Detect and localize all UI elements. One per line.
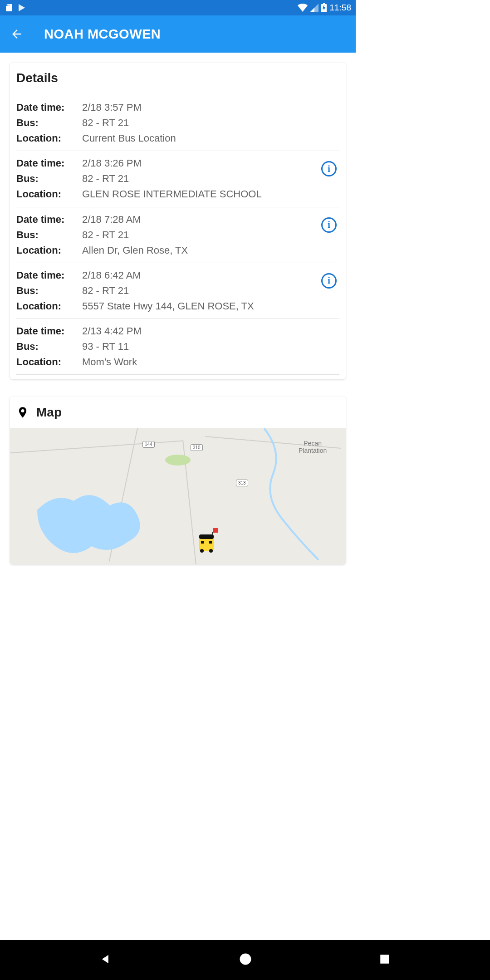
info-icon: i xyxy=(321,217,337,233)
location-value: Mom's Work xyxy=(82,354,137,370)
bus-label: Bus: xyxy=(16,227,82,243)
bus-label: Bus: xyxy=(16,283,82,299)
pin-icon xyxy=(16,405,29,420)
info-button[interactable]: i xyxy=(321,273,337,289)
map-header: Map xyxy=(16,405,339,420)
place-label-pecan: Pecan Plantation xyxy=(299,440,327,454)
detail-row[interactable]: Date time: 2/13 4:42 PM Bus: 93 - RT 11 … xyxy=(16,319,339,375)
datetime-label: Date time: xyxy=(16,268,82,283)
datetime-label: Date time: xyxy=(16,100,82,115)
sd-card-icon xyxy=(5,3,13,12)
signal-icon xyxy=(310,4,318,12)
bus-marker[interactable] xyxy=(196,528,219,554)
svg-rect-9 xyxy=(199,534,214,539)
svg-rect-1 xyxy=(8,5,9,6)
location-label: Location: xyxy=(16,354,82,370)
lake-shape xyxy=(37,483,155,564)
datetime-value: 2/18 7:28 AM xyxy=(82,212,141,227)
info-button[interactable]: i xyxy=(321,217,337,233)
svg-point-5 xyxy=(165,455,191,466)
details-title: Details xyxy=(16,71,339,85)
svg-rect-10 xyxy=(201,541,204,544)
bus-label: Bus: xyxy=(16,171,82,186)
datetime-label: Date time: xyxy=(16,156,82,171)
location-label: Location: xyxy=(16,186,82,202)
details-card: Details Date time: 2/18 3:57 PM Bus: 82 … xyxy=(10,63,346,379)
battery-icon xyxy=(321,3,327,12)
bus-value: 82 - RT 21 xyxy=(82,283,129,299)
bus-label: Bus: xyxy=(16,339,82,354)
bus-value: 93 - RT 11 xyxy=(82,339,129,354)
svg-rect-11 xyxy=(209,541,212,544)
svg-rect-4 xyxy=(323,3,325,5)
bus-value: 82 - RT 21 xyxy=(82,227,129,243)
datetime-value: 2/18 6:42 AM xyxy=(82,268,141,283)
bus-value: 82 - RT 21 xyxy=(82,115,129,131)
arrow-left-icon xyxy=(10,27,24,41)
location-label: Location: xyxy=(16,299,82,314)
detail-row[interactable]: Date time: 2/18 3:26 PM Bus: 82 - RT 21 … xyxy=(16,151,339,207)
play-store-icon xyxy=(17,3,26,12)
info-button[interactable]: i xyxy=(321,161,337,176)
green-area xyxy=(164,453,191,467)
info-icon: i xyxy=(321,273,337,289)
svg-rect-2 xyxy=(9,5,10,6)
svg-point-13 xyxy=(209,549,213,553)
location-value: Current Bus Location xyxy=(82,131,176,146)
detail-row[interactable]: Date time: 2/18 7:28 AM Bus: 82 - RT 21 … xyxy=(16,207,339,263)
road-label-144: 144 xyxy=(142,441,155,448)
datetime-label: Date time: xyxy=(16,323,82,339)
info-icon: i xyxy=(321,161,337,176)
status-icons-left xyxy=(5,3,26,12)
map-area[interactable]: 144 310 313 Pecan Plantation xyxy=(10,428,346,564)
road-label-310: 310 xyxy=(191,444,203,451)
location-label: Location: xyxy=(16,131,82,146)
bus-value: 82 - RT 21 xyxy=(82,171,129,186)
location-label: Location: xyxy=(16,243,82,258)
location-value: GLEN ROSE INTERMEDIATE SCHOOL xyxy=(82,186,262,202)
datetime-value: 2/18 3:57 PM xyxy=(82,100,142,115)
status-time: 11:58 xyxy=(329,3,351,13)
status-icons-right: 11:58 xyxy=(298,3,351,13)
back-button[interactable] xyxy=(10,27,24,41)
map-title: Map xyxy=(36,405,62,420)
detail-row[interactable]: Date time: 2/18 3:57 PM Bus: 82 - RT 21 … xyxy=(16,95,339,151)
status-bar: 11:58 xyxy=(0,0,356,15)
wifi-icon xyxy=(298,4,308,12)
content-area: Details Date time: 2/18 3:57 PM Bus: 82 … xyxy=(0,53,356,574)
bus-label: Bus: xyxy=(16,115,82,131)
detail-row[interactable]: Date time: 2/18 6:42 AM Bus: 82 - RT 21 … xyxy=(16,263,339,319)
location-value: Allen Dr, Glen Rose, TX xyxy=(82,243,188,258)
page-title: NOAH MCGOWEN xyxy=(44,27,161,42)
svg-rect-0 xyxy=(6,5,7,6)
road-label-313: 313 xyxy=(236,480,248,486)
location-value: 5557 State Hwy 144, GLEN ROSE, TX xyxy=(82,299,254,314)
app-bar: NOAH MCGOWEN xyxy=(0,15,356,53)
svg-rect-6 xyxy=(213,528,218,533)
datetime-value: 2/18 3:26 PM xyxy=(82,156,142,171)
datetime-value: 2/13 4:42 PM xyxy=(82,323,142,339)
svg-point-12 xyxy=(200,549,204,553)
bus-icon xyxy=(196,528,219,553)
datetime-label: Date time: xyxy=(16,212,82,227)
map-card: Map 144 310 313 Pecan Plantation xyxy=(10,397,346,564)
